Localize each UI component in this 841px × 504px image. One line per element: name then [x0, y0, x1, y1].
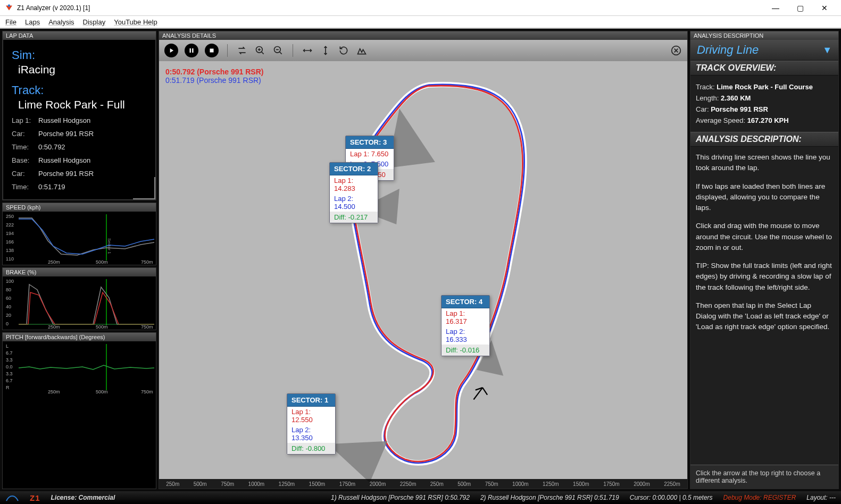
svg-text:500m: 500m	[96, 389, 108, 394]
close-button[interactable]: ✕	[812, 4, 837, 12]
layout-label: Layout: ---	[806, 494, 836, 501]
debug-mode: Debug Mode: REGISTER	[723, 494, 796, 501]
svg-text:166: 166	[6, 239, 14, 245]
dropdown-arrow-icon[interactable]: ▼	[822, 45, 832, 56]
minimize-button[interactable]: —	[763, 4, 788, 12]
fit-horizontal-icon[interactable]	[302, 45, 313, 56]
analysis-description-header: ANALYSIS DESCRIPTION	[690, 31, 838, 40]
analysis-hint: Click the arrow at the top right to choo…	[690, 465, 838, 489]
status-cursor: Cursor: 0:00.000 | 0.5 meters	[630, 494, 713, 501]
svg-text:80: 80	[6, 287, 11, 292]
svg-text:138: 138	[6, 248, 14, 253]
reset-icon[interactable]	[338, 45, 349, 56]
zoom-out-icon[interactable]	[272, 45, 284, 56]
status-lap2: 2) Russell Hodgson [Porsche 991 RSR] 0:5…	[480, 494, 619, 501]
track-value: Lime Rock Park - Full	[18, 98, 147, 111]
svg-text:40: 40	[6, 304, 11, 309]
lap-data-panel: LAP DATA Sim: iRacing Track: Lime Rock P…	[2, 31, 156, 200]
analysis-description-panel: ANALYSIS DESCRIPTION Driving Line ▼ TRAC…	[690, 31, 839, 489]
svg-text:20: 20	[6, 313, 11, 318]
sim-label: Sim:	[12, 48, 147, 62]
peaks-icon[interactable]	[356, 45, 368, 56]
status-lap1: 1) Russell Hodgson [Porsche 991 RSR] 0:5…	[331, 494, 470, 501]
svg-text:3.3: 3.3	[6, 371, 13, 376]
app-logo-icon	[4, 3, 14, 13]
svg-text:250m: 250m	[48, 259, 60, 265]
window-title: Z1 Analyzer (v 2020.1) [1]	[17, 4, 763, 12]
zoom-in-icon[interactable]	[254, 45, 266, 56]
z1-brand: Z1	[30, 493, 40, 502]
analysis-description-heading: ANALYSIS DESCRIPTION:	[690, 132, 838, 147]
sector-1-box[interactable]: SECTOR: 1 Lap 1: 12.550 Lap 2: 13.350 Di…	[287, 393, 336, 455]
play-button[interactable]	[164, 44, 178, 57]
speed-chart-panel[interactable]: SPEED (kph) 250 222 194 166 138 110 250m…	[2, 203, 156, 265]
svg-text:0: 0	[6, 321, 9, 326]
svg-text:750m: 750m	[141, 324, 153, 330]
svg-text:6.7: 6.7	[6, 378, 13, 383]
svg-text:500m: 500m	[96, 324, 108, 330]
svg-text:250m: 250m	[48, 389, 60, 394]
svg-text:250: 250	[6, 214, 14, 219]
svg-text:Sector 1: Sector 1	[107, 238, 112, 254]
distance-axis: 250m500m750m1000m1250m1500m1750m2000m225…	[159, 479, 687, 489]
menu-youtube-help[interactable]: YouTube Help	[114, 18, 157, 26]
window-titlebar: Z1 Analyzer (v 2020.1) [1] — ▢ ✕	[0, 0, 841, 16]
analysis-description-text: This driving line screen shows the line …	[690, 147, 838, 465]
menu-display[interactable]: Display	[83, 18, 106, 26]
svg-text:250m: 250m	[48, 324, 60, 330]
menu-analysis[interactable]: Analysis	[48, 18, 74, 26]
svg-rect-33	[210, 49, 214, 53]
brake-chart-title: BRAKE (%)	[3, 268, 156, 276]
svg-text:750m: 750m	[141, 389, 153, 394]
sector-4-box[interactable]: SECTOR: 4 Lap 1: 16.317 Lap 2: 16.333 Di…	[441, 295, 490, 356]
svg-text:0.0: 0.0	[6, 364, 13, 369]
svg-text:R: R	[6, 385, 10, 390]
svg-text:3.3: 3.3	[6, 357, 13, 363]
status-bar: Z1 License: Commercial 1) Russell Hodgso…	[0, 491, 841, 504]
svg-point-0	[8, 4, 11, 7]
pitch-chart-panel[interactable]: PITCH [forward/backwards] (Degrees) L 6.…	[2, 332, 156, 489]
speed-chart-title: SPEED (kph)	[3, 203, 156, 212]
brake-chart-panel[interactable]: BRAKE (%) 100 80 60 40 20 0 250m 500m 75…	[2, 267, 156, 330]
svg-text:500m: 500m	[96, 259, 108, 265]
lap-data-header: LAP DATA	[3, 31, 156, 40]
track-canvas[interactable]: 0:50.792 (Porsche 991 RSR) 0:51.719 (Por…	[159, 61, 687, 489]
analysis-toolbar	[159, 40, 687, 61]
pitch-chart-title: PITCH [forward/backwards] (Degrees)	[3, 333, 156, 341]
swap-icon[interactable]	[236, 45, 248, 56]
svg-text:100: 100	[6, 279, 14, 284]
track-overview-heading: TRACK OVERVIEW:	[690, 61, 838, 75]
svg-text:222: 222	[6, 222, 14, 228]
sim-value: iRacing	[18, 63, 147, 76]
svg-text:110: 110	[6, 256, 14, 262]
analysis-details-header: ANALYSIS DETAILS	[159, 31, 687, 40]
svg-text:60: 60	[6, 296, 11, 301]
menu-laps[interactable]: Laps	[25, 18, 40, 26]
close-analysis-icon[interactable]	[670, 45, 682, 56]
sector-2-box[interactable]: SECTOR: 2 Lap 1: 14.283 Lap 2: 14.500 Di…	[329, 162, 378, 223]
svg-text:L: L	[6, 343, 9, 349]
menu-file[interactable]: File	[5, 18, 16, 26]
analysis-title: Driving Line	[697, 43, 822, 57]
track-label: Track:	[12, 83, 147, 97]
menu-bar: File Laps Analysis Display YouTube Help	[0, 16, 841, 29]
svg-marker-40	[328, 441, 388, 483]
z1-logo-icon	[5, 493, 19, 502]
maximize-button[interactable]: ▢	[788, 4, 812, 12]
license-label: License: Commercial	[51, 494, 115, 501]
svg-marker-37	[388, 108, 435, 168]
svg-text:6.7: 6.7	[6, 350, 13, 356]
pause-button[interactable]	[185, 44, 198, 57]
fit-vertical-icon[interactable]	[320, 45, 331, 56]
svg-text:750m: 750m	[141, 259, 153, 265]
svg-text:194: 194	[6, 231, 14, 236]
stop-button[interactable]	[205, 44, 219, 57]
